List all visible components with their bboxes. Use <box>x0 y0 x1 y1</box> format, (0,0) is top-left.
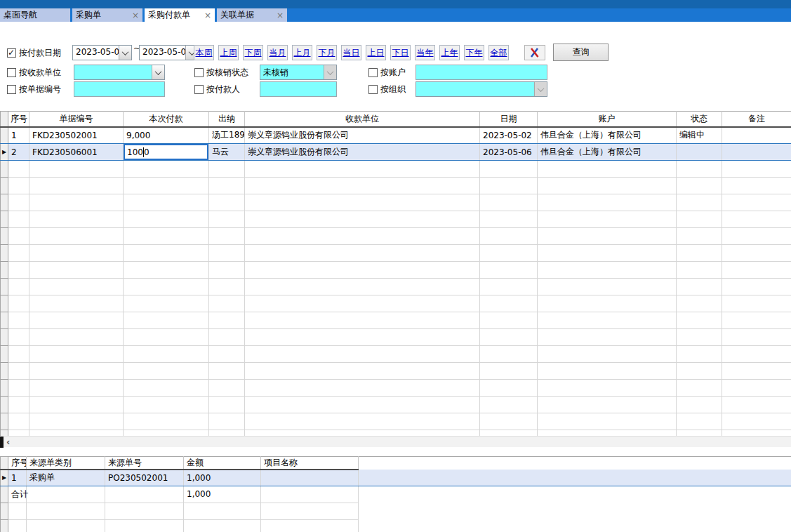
amount-cell-editor[interactable]: 1000 <box>124 144 208 160</box>
cell-remark[interactable] <box>722 127 791 144</box>
quick-date-button[interactable]: 全部 <box>488 45 509 60</box>
column-header[interactable]: 本次付款 <box>124 112 209 127</box>
cell-date[interactable]: 2023-05-02 <box>480 127 538 144</box>
cell-amount-editing[interactable]: 1000 <box>124 144 209 161</box>
cell-remark[interactable] <box>722 144 791 161</box>
current-row-marker-icon[interactable]: ▶ <box>1 470 8 486</box>
checkbox-icon[interactable] <box>7 68 16 77</box>
payee-unit-select[interactable] <box>74 65 165 80</box>
chevron-down-icon[interactable] <box>152 65 164 79</box>
column-header[interactable]: 备注 <box>722 112 791 127</box>
row-selector[interactable] <box>1 127 8 144</box>
filter-payee-unit-toggle[interactable]: 按收款单位 <box>7 65 61 80</box>
verify-state-value[interactable]: 未核销 <box>260 65 324 79</box>
column-header[interactable]: 出纳 <box>209 112 245 127</box>
cell-doc-no[interactable]: FKD230506001 <box>29 144 124 161</box>
column-header[interactable]: 日期 <box>480 112 538 127</box>
tab-4[interactable]: 关联单据× <box>217 8 287 22</box>
date-from-value[interactable]: 2023-05-01 <box>73 46 119 60</box>
close-icon[interactable]: × <box>275 11 284 20</box>
checkbox-icon[interactable] <box>7 85 16 94</box>
checkbox-checked-icon[interactable] <box>7 48 16 58</box>
cell-amount[interactable]: 1,000 <box>184 470 261 486</box>
filter-verify-state-toggle[interactable]: 按核销状态 <box>194 65 248 80</box>
filter-date-toggle[interactable]: 按付款日期 <box>7 45 61 60</box>
cell-project[interactable] <box>261 470 359 486</box>
close-icon[interactable]: × <box>131 11 139 20</box>
quick-date-button[interactable]: 当年 <box>415 45 435 60</box>
verify-state-select[interactable]: 未核销 <box>260 65 337 80</box>
quick-date-button[interactable]: 当日 <box>341 45 361 60</box>
quick-date-button[interactable]: 本周 <box>194 45 214 60</box>
checkbox-icon[interactable] <box>194 85 204 94</box>
row-selector-header[interactable] <box>1 457 8 470</box>
quick-date-button[interactable]: 上周 <box>218 45 239 60</box>
filter-doc-no-toggle[interactable]: 按单据编号 <box>7 81 61 97</box>
row-selector-header[interactable] <box>1 112 8 127</box>
horizontal-scrollbar[interactable]: ‹ <box>0 436 791 447</box>
cell-payee[interactable]: 崇义章源钨业股份有限公司 <box>245 144 480 161</box>
scroll-left-icon[interactable]: ‹ <box>6 437 10 448</box>
clear-filter-button[interactable] <box>524 45 545 60</box>
date-to-value[interactable]: 2023-05-06 <box>140 46 185 60</box>
tab-2[interactable]: 采购单× <box>72 8 142 22</box>
date-from-select[interactable]: 2023-05-01 <box>72 45 132 60</box>
filter-payer-toggle[interactable]: 按付款人 <box>194 81 240 97</box>
org-select[interactable] <box>416 81 547 97</box>
account-input[interactable] <box>416 65 547 80</box>
close-icon[interactable]: × <box>203 11 211 20</box>
checkbox-icon[interactable] <box>368 68 378 77</box>
cell-status[interactable]: 编辑中 <box>677 127 722 144</box>
quick-date-button[interactable]: 当月 <box>267 45 288 60</box>
checkbox-icon[interactable] <box>368 85 378 94</box>
table-row-selected[interactable]: ▶ 1 采购单 PO230502001 1,000 <box>1 470 791 486</box>
cell-seq[interactable]: 1 <box>8 470 27 486</box>
cell-cashier[interactable]: 马云 <box>209 144 245 161</box>
quick-date-button[interactable]: 下日 <box>390 45 411 60</box>
filter-org-toggle[interactable]: 按组织 <box>368 81 406 97</box>
row-selector[interactable] <box>1 486 8 503</box>
cell-source-no[interactable]: PO230502001 <box>105 470 184 486</box>
quick-date-button[interactable]: 上年 <box>439 45 460 60</box>
chevron-down-icon[interactable] <box>119 46 131 60</box>
cell-account[interactable]: 伟旦合金（上海）有限公司 <box>538 144 677 161</box>
table-row[interactable]: 1 FKD230502001 9,000 汤工1895 崇义章源钨业股份有限公司… <box>1 127 791 144</box>
cell-payee[interactable]: 崇义章源钨业股份有限公司 <box>245 127 480 144</box>
date-to-select[interactable]: 2023-05-06 <box>139 45 199 60</box>
cell-source-type[interactable]: 采购单 <box>27 470 105 486</box>
column-header[interactable]: 账户 <box>538 112 677 127</box>
table-row-selected[interactable]: ▶ 2 FKD230506001 1000 马云 崇义章源钨业股份有限公司 20… <box>1 144 791 161</box>
column-header[interactable]: 单据编号 <box>29 112 124 127</box>
org-value[interactable] <box>416 82 534 96</box>
checkbox-icon[interactable] <box>194 68 204 77</box>
payee-unit-value[interactable] <box>74 65 152 79</box>
column-header[interactable]: 来源单号 <box>105 457 184 470</box>
cell-doc-no[interactable]: FKD230502001 <box>29 127 124 144</box>
quick-date-button[interactable]: 下周 <box>243 45 263 60</box>
cell-date[interactable]: 2023-05-06 <box>480 144 538 161</box>
column-header[interactable]: 项目名称 <box>261 457 359 470</box>
column-header[interactable]: 收款单位 <box>245 112 480 127</box>
scrollbar-thumb[interactable] <box>0 437 4 448</box>
cell-seq[interactable]: 1 <box>8 127 29 144</box>
tab-3[interactable]: 采购付款单× <box>145 8 215 22</box>
column-header[interactable]: 状态 <box>677 112 722 127</box>
filter-account-toggle[interactable]: 按账户 <box>368 65 406 80</box>
column-header[interactable]: 来源单类别 <box>27 457 105 470</box>
column-header[interactable]: 序号 <box>8 112 29 127</box>
cell-cashier[interactable]: 汤工1895 <box>209 127 245 144</box>
doc-no-input[interactable] <box>74 81 165 97</box>
cell-seq[interactable]: 2 <box>8 144 29 161</box>
quick-date-button[interactable]: 上日 <box>366 45 386 60</box>
payer-input[interactable] <box>260 81 337 97</box>
query-button[interactable]: 查询 <box>553 44 609 61</box>
quick-date-button[interactable]: 上月 <box>292 45 312 60</box>
quick-date-button[interactable]: 下年 <box>464 45 484 60</box>
quick-date-button[interactable]: 下月 <box>317 45 337 60</box>
column-header[interactable]: 金额 <box>184 457 261 470</box>
tab-1[interactable]: 桌面导航 <box>0 8 70 22</box>
cell-amount[interactable]: 9,000 <box>124 127 209 144</box>
cell-account[interactable]: 伟旦合金（上海）有限公司 <box>538 127 677 144</box>
cell-status[interactable] <box>677 144 722 161</box>
current-row-marker-icon[interactable]: ▶ <box>1 144 8 161</box>
